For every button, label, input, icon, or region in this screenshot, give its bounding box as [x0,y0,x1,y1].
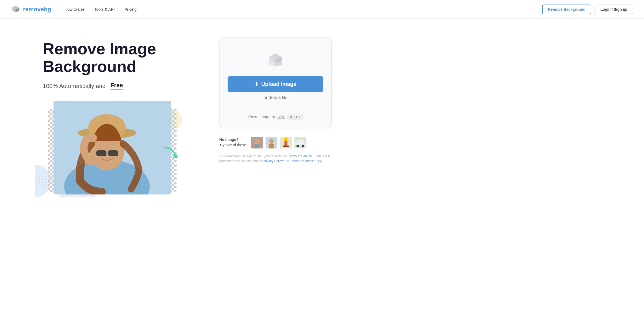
upload-btn-label: Upload Image [261,81,296,87]
svg-marker-15 [172,153,178,158]
arrow-icon [160,142,182,164]
tos-link-1[interactable]: Terms of Service [288,154,312,158]
tos-privacy-link[interactable]: Privacy Policy [263,159,283,163]
logo-text: removebg [23,6,51,13]
right-section: ⬆ Upload Image or drop a file Paste imag… [219,35,332,163]
paste-keyboard-shortcut: ctrl + v [288,114,303,120]
left-section: Remove Image Background 100% Automatical… [43,35,209,197]
main-content: Remove Image Background 100% Automatical… [0,19,644,321]
sample-image-1[interactable] [251,136,263,149]
woman-photo [53,101,171,194]
hero-title: Remove Image Background [43,40,209,75]
svg-rect-26 [269,144,274,148]
paste-url-link[interactable]: URL [277,114,285,119]
sample-images-section: No image? Try one of these: [219,136,332,149]
drop-file-text: or drop a file [228,95,323,100]
layers-icon [266,51,285,67]
hero-subtitle: 100% Automatically and Free [43,82,209,90]
svg-rect-30 [283,146,289,147]
svg-point-14 [87,134,97,142]
svg-rect-33 [297,140,304,144]
svg-point-22 [254,139,259,144]
sample-image-3[interactable] [279,136,292,149]
nav-tools-api[interactable]: Tools & API [94,7,115,12]
nav-links: How to use Tools & API Pricing [64,7,542,12]
upload-box: ⬆ Upload Image or drop a file Paste imag… [219,37,332,128]
svg-point-29 [283,137,288,141]
sample-image-2[interactable] [265,136,278,149]
login-signup-button[interactable]: Login / Sign up [595,5,633,14]
upload-icon-area [228,51,323,68]
paste-area: Paste image or URL ctrl + v [228,114,323,120]
upload-icon: ⬆ [255,81,259,87]
nav-how-to-use[interactable]: How to use [64,7,85,12]
upload-image-button[interactable]: ⬆ Upload Image [228,76,323,92]
tos-text: By uploading an image or URL you agree t… [219,154,332,163]
remove-background-button[interactable]: Remove Background [542,5,591,14]
free-word: Free [110,82,123,90]
nav-actions: Remove Background Login / Sign up [542,5,633,14]
svg-point-25 [269,138,274,144]
logo[interactable]: removebg [11,5,51,14]
svg-rect-12 [108,150,118,156]
svg-rect-23 [254,144,259,149]
hero-image-area [43,101,198,197]
svg-point-35 [302,145,304,147]
paste-text: Paste image or [248,114,275,119]
no-image-text: No image? Try one of these: [219,137,247,148]
divider [228,108,323,108]
svg-point-34 [296,145,299,147]
navbar: removebg How to use Tools & API Pricing … [0,0,644,19]
svg-rect-11 [96,150,106,156]
sample-image-4[interactable] [294,136,307,149]
tos-link-3[interactable]: Terms of Service [290,159,314,163]
nav-pricing[interactable]: Pricing [124,7,137,12]
sample-images-list [251,136,307,149]
logo-icon [11,5,20,14]
